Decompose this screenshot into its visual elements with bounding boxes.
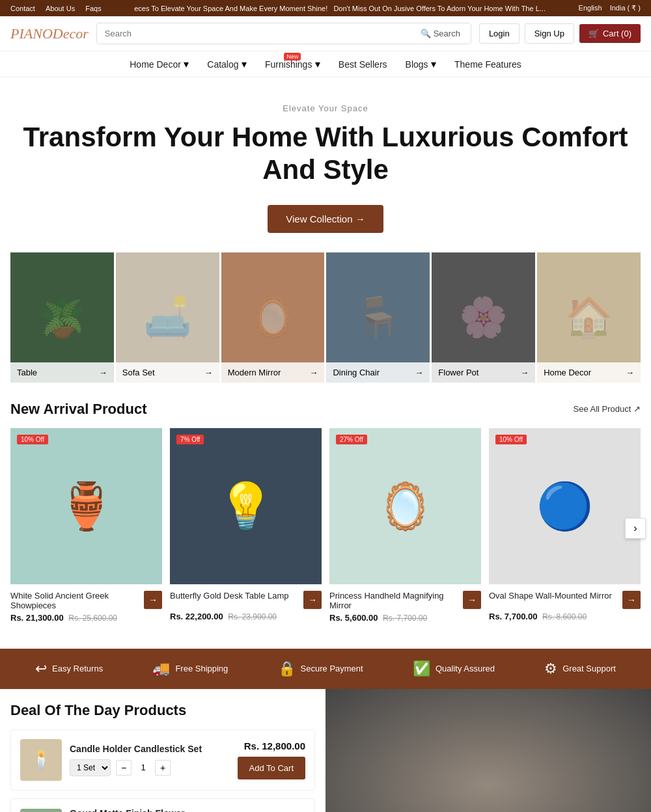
deal-product-name-1: Gourd Matte Finish Flower Vase bbox=[70, 808, 195, 812]
deal-qty-select-0[interactable]: 1 Set bbox=[70, 759, 111, 776]
hero-section: Elevate Your Space Transform Your Home W… bbox=[0, 77, 651, 252]
search-button[interactable]: 🔍 Search bbox=[410, 23, 471, 44]
product-arrow-2[interactable]: → bbox=[463, 591, 481, 609]
language-select[interactable]: English bbox=[579, 4, 602, 12]
new-arrivals-title: New Arrival Product bbox=[10, 401, 146, 418]
deal-price-0: Rs. 12,800.00 bbox=[244, 740, 305, 751]
view-collection-button[interactable]: View Collection → bbox=[268, 205, 383, 233]
product-original-price-1: Rs. 23,900.00 bbox=[228, 612, 277, 621]
product-price-3: Rs. 7,700.00 bbox=[489, 612, 537, 621]
category-grid: 🪴 Table → 🛋️ Sofa Set → 🪞 Modern Mirror … bbox=[0, 252, 651, 383]
feature-great-support: ⚙ Great Support bbox=[544, 660, 616, 677]
top-bar-settings: English India ( ₹ ) bbox=[579, 4, 641, 12]
nav-theme-features[interactable]: Theme Features bbox=[454, 59, 521, 70]
deal-product-right-0: Rs. 12,800.00 Add To Cart bbox=[238, 740, 305, 779]
main-nav: Home Decor ▾ Catalog ▾ New Furnishings ▾… bbox=[0, 51, 651, 77]
free-shipping-icon: 🚚 bbox=[152, 660, 170, 677]
product-arrow-1[interactable]: → bbox=[303, 591, 322, 609]
deal-product-qty-0: 1 Set − 1 + bbox=[70, 759, 230, 776]
product-price-0: Rs. 21,300.00 bbox=[10, 613, 64, 623]
cat-label-table: Table bbox=[17, 368, 37, 377]
product-card-1: 💡 7% Off Butterfly Gold Desk Table Lamp … bbox=[170, 428, 322, 629]
cat-label-mirror: Modern Mirror bbox=[228, 368, 281, 377]
nav-best-sellers-link[interactable]: Best Sellers bbox=[339, 59, 387, 70]
features-bar: ↩ Easy Returns 🚚 Free Shipping 🔒 Secure … bbox=[0, 649, 651, 689]
deal-title: Deal Of The Day Products bbox=[10, 702, 315, 719]
deal-section: Deal Of The Day Products 🕯️ Candle Holde… bbox=[0, 689, 651, 812]
secure-payment-icon: 🔒 bbox=[278, 660, 296, 677]
discount-badge-2: 27% Off bbox=[336, 435, 367, 444]
product-card-0: 🏺 10% Off White Solid Ancient Greek Show… bbox=[10, 428, 162, 629]
signup-button[interactable]: Sign Up bbox=[525, 23, 574, 44]
deal-product-name-0: Candle Holder Candlestick Set bbox=[70, 744, 230, 754]
cat-label-chair: Dining Chair bbox=[333, 368, 380, 377]
cat-arrow-table: → bbox=[99, 368, 107, 377]
cat-label-flower: Flower Pot bbox=[438, 368, 478, 377]
login-button[interactable]: Login bbox=[479, 23, 519, 44]
search-input[interactable] bbox=[97, 23, 410, 44]
nav-furnishings[interactable]: New Furnishings ▾ bbox=[265, 58, 320, 70]
nav-blogs[interactable]: Blogs ▾ bbox=[406, 58, 436, 70]
add-to-cart-button-0[interactable]: Add To Cart bbox=[238, 757, 305, 779]
cat-arrow-home-decor: → bbox=[626, 368, 634, 377]
deal-left-panel: Deal Of The Day Products 🕯️ Candle Holde… bbox=[0, 689, 326, 812]
hero-title: Transform Your Home With Luxurious Comfo… bbox=[13, 121, 638, 187]
new-arrivals-section: New Arrival Product See All Product ↗ 🏺 … bbox=[0, 383, 651, 629]
easy-returns-icon: ↩ bbox=[35, 660, 47, 677]
cat-label-home-decor: Home Decor bbox=[544, 368, 591, 377]
deal-product-right-1: Rs. 7,700.00 Rs. 8,600.00 Add To Cart bbox=[202, 809, 305, 812]
category-flower[interactable]: 🌸 Flower Pot → bbox=[432, 252, 535, 383]
feature-quality-assured-label: Quality Assured bbox=[436, 664, 495, 673]
product-arrow-0[interactable]: → bbox=[144, 591, 162, 609]
about-link[interactable]: About Us bbox=[46, 5, 75, 12]
product-card-3: 🔵 10% Off Oval Shape Wall-Mounted Mirror… bbox=[489, 428, 641, 629]
top-bar-marquee: eces To Elevate Your Space And Make Ever… bbox=[102, 5, 579, 12]
product-name-2: Princess Handheld Magnifying Mirror bbox=[329, 591, 463, 610]
nav-blogs-link[interactable]: Blogs bbox=[406, 59, 428, 70]
hero-subtitle: Elevate Your Space bbox=[13, 103, 638, 113]
site-logo[interactable]: PIANODecor bbox=[10, 25, 89, 42]
currency-select[interactable]: India ( ₹ ) bbox=[610, 4, 641, 12]
discount-badge-3: 10% Off bbox=[495, 435, 527, 444]
nav-theme-features-link[interactable]: Theme Features bbox=[454, 59, 521, 70]
nav-catalog-link[interactable]: Catalog bbox=[207, 59, 238, 70]
nav-new-badge: New bbox=[284, 53, 301, 61]
deal-right-overlay bbox=[326, 689, 651, 812]
feature-free-shipping: 🚚 Free Shipping bbox=[152, 660, 228, 677]
faqs-link[interactable]: Faqs bbox=[85, 5, 101, 12]
deal-product-1: 🌿 Gourd Matte Finish Flower Vase Default… bbox=[10, 798, 315, 812]
deal-product-0: 🕯️ Candle Holder Candlestick Set 1 Set −… bbox=[10, 729, 315, 791]
nav-best-sellers[interactable]: Best Sellers bbox=[339, 59, 387, 70]
category-mirror[interactable]: 🪞 Modern Mirror → bbox=[221, 252, 325, 383]
top-bar-links: Contact About Us Faqs bbox=[10, 5, 102, 12]
product-original-price-0: Rs. 25,600.00 bbox=[68, 614, 117, 623]
top-bar: Contact About Us Faqs eces To Elevate Yo… bbox=[0, 0, 651, 16]
feature-secure-payment-label: Secure Payment bbox=[301, 664, 363, 673]
products-grid: 🏺 10% Off White Solid Ancient Greek Show… bbox=[10, 428, 641, 629]
nav-home-decor[interactable]: Home Decor ▾ bbox=[130, 58, 189, 70]
site-header: PIANODecor 🔍 Search Login Sign Up 🛒 Cart… bbox=[0, 16, 651, 51]
contact-link[interactable]: Contact bbox=[10, 5, 35, 12]
deal-qty-value-0: 1 bbox=[137, 763, 150, 772]
deal-product-image-1: 🌿 bbox=[20, 809, 62, 812]
nav-furnishings-link[interactable]: Furnishings bbox=[265, 59, 312, 70]
category-chair[interactable]: 🪑 Dining Chair → bbox=[326, 252, 430, 383]
product-price-2: Rs. 5,600.00 bbox=[329, 613, 378, 623]
nav-catalog[interactable]: Catalog ▾ bbox=[207, 58, 247, 70]
products-next-arrow[interactable]: › bbox=[625, 518, 646, 539]
see-all-link[interactable]: See All Product ↗ bbox=[574, 404, 641, 414]
deal-qty-minus-0[interactable]: − bbox=[116, 760, 132, 776]
deal-qty-plus-0[interactable]: + bbox=[155, 760, 171, 776]
deal-product-image-0: 🕯️ bbox=[20, 739, 62, 781]
product-name-1: Butterfly Gold Desk Table Lamp bbox=[170, 591, 303, 601]
category-sofa[interactable]: 🛋️ Sofa Set → bbox=[116, 252, 219, 383]
feature-easy-returns-label: Easy Returns bbox=[52, 664, 103, 673]
cart-button[interactable]: 🛒 Cart (0) bbox=[579, 24, 641, 43]
product-arrow-3[interactable]: → bbox=[622, 591, 641, 609]
category-table[interactable]: 🪴 Table → bbox=[10, 252, 114, 383]
new-arrivals-header: New Arrival Product See All Product ↗ bbox=[10, 401, 641, 418]
cat-arrow-chair: → bbox=[415, 368, 423, 377]
nav-home-decor-link[interactable]: Home Decor bbox=[130, 59, 181, 70]
product-name-0: White Solid Ancient Greek Showpieces bbox=[10, 591, 144, 610]
category-home-decor[interactable]: 🏠 Home Decor → bbox=[537, 252, 641, 383]
